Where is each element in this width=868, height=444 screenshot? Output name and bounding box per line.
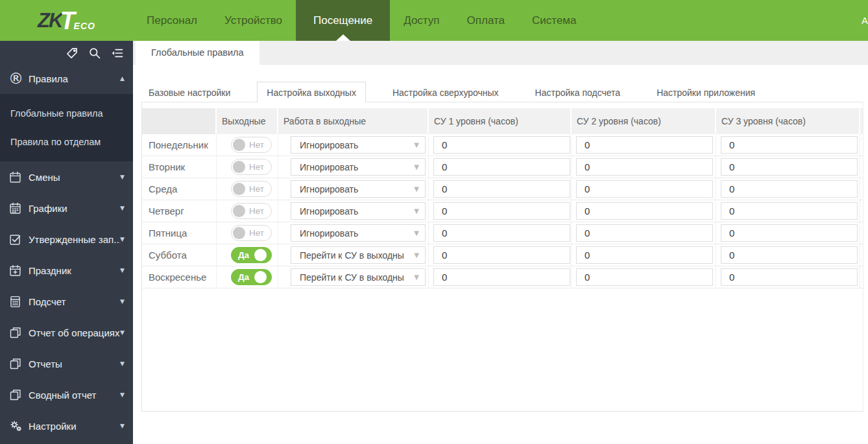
ot-level-2-cell xyxy=(572,222,716,244)
sub-tab[interactable]: Настройка подсчета xyxy=(525,82,631,102)
chevron-down-icon: ▼ xyxy=(408,229,425,237)
top-menu-item[interactable]: Посещение xyxy=(296,0,390,41)
sidebar-group-label: Смены xyxy=(29,172,120,183)
sidebar-group[interactable]: Смены▼ xyxy=(0,161,133,193)
sidebar: ®Правила▲Глобальные правилаПравила по от… xyxy=(0,41,133,444)
ot-level-2-hours-input[interactable] xyxy=(576,202,713,220)
top-menu-item[interactable]: Доступ xyxy=(390,0,453,41)
logo-zk: ZK xyxy=(38,9,62,32)
sidebar-group[interactable]: Подсчет▼ xyxy=(0,286,133,317)
toggle-label: Нет xyxy=(249,162,264,172)
ot-level-1-hours-input[interactable] xyxy=(433,202,570,220)
select-value: Игнорировать xyxy=(291,140,408,150)
ot-level-3-cell xyxy=(716,266,860,288)
weekend-cell: Да xyxy=(217,244,278,266)
sidebar-nav: ®Правила▲Глобальные правилаПравила по от… xyxy=(0,63,133,441)
report-pages-icon xyxy=(8,388,29,402)
top-menu-item[interactable]: Оплата xyxy=(453,0,518,41)
calendar-grid-icon xyxy=(8,202,29,215)
weekend-work-select[interactable]: Перейти к СУ в выходны▼ xyxy=(291,268,426,286)
weekend-toggle[interactable]: Нет xyxy=(231,181,272,197)
page-tab-global-rules[interactable]: Глобальные правила xyxy=(136,41,259,65)
ot-level-1-hours-input[interactable] xyxy=(433,246,570,264)
weekend-work-cell: Перейти к СУ в выходны▼ xyxy=(278,266,429,288)
ot-level-3-cell xyxy=(716,244,860,266)
ot-level-1-hours-input[interactable] xyxy=(433,136,570,154)
sub-tab[interactable]: Настройка сверхурочных xyxy=(383,82,509,102)
ot-level-2-cell xyxy=(572,156,716,178)
collapse-menu-icon[interactable] xyxy=(111,47,124,60)
ot-level-3-hours-input[interactable] xyxy=(721,136,858,154)
ot-level-2-hours-input[interactable] xyxy=(576,136,713,154)
ot-level-1-hours-input[interactable] xyxy=(433,180,570,198)
ot-level-1-hours-input[interactable] xyxy=(433,268,570,286)
sidebar-group-label: Правила xyxy=(29,73,120,84)
sidebar-group[interactable]: Утвержденные зап...▼ xyxy=(0,224,133,255)
ot-level-1-hours-input[interactable] xyxy=(433,224,570,242)
sidebar-submenu-item[interactable]: Правила по отделам xyxy=(0,128,133,156)
sidebar-group-label: Сводный отчет xyxy=(29,390,120,401)
ot-level-2-hours-input[interactable] xyxy=(576,180,713,198)
ot-level-3-hours-input[interactable] xyxy=(721,158,858,176)
weekend-work-select[interactable]: Игнорировать▼ xyxy=(291,158,426,176)
weekend-toggle[interactable]: Да xyxy=(231,269,272,285)
sidebar-group[interactable]: ®Правила▲ xyxy=(0,63,133,94)
column-header: СУ 2 уровня (часов) xyxy=(572,108,716,134)
sidebar-group[interactable]: Праздник▼ xyxy=(0,255,133,286)
ot-level-3-cell xyxy=(716,222,860,244)
sidebar-group[interactable]: Отчет об операциях▼ xyxy=(0,317,133,348)
select-value: Перейти к СУ в выходны xyxy=(291,272,408,283)
ot-level-2-cell xyxy=(572,178,716,200)
sub-tab[interactable]: Базовые настройки xyxy=(139,82,240,102)
ot-level-3-hours-input[interactable] xyxy=(721,268,858,286)
weekend-rules-table: ВыходныеРабота в выходныеСУ 1 уровня (ча… xyxy=(142,108,863,288)
tag-icon[interactable] xyxy=(66,47,78,60)
weekend-work-select[interactable]: Перейти к СУ в выходны▼ xyxy=(291,246,426,264)
user-label-partial[interactable]: A xyxy=(862,0,868,41)
select-value: Игнорировать xyxy=(291,206,408,216)
ot-level-2-hours-input[interactable] xyxy=(576,224,713,242)
weekend-toggle[interactable]: Да xyxy=(231,247,272,263)
chevron-down-icon: ▼ xyxy=(120,205,125,211)
ot-level-2-hours-input[interactable] xyxy=(576,268,713,286)
weekend-cell: Да xyxy=(217,266,278,288)
day-label: Понедельник xyxy=(142,134,217,156)
column-header xyxy=(142,108,217,134)
top-menu-item[interactable]: Устройство xyxy=(211,0,296,41)
ot-level-2-hours-input[interactable] xyxy=(576,158,713,176)
top-menu-item[interactable]: Система xyxy=(518,0,590,41)
weekend-work-select[interactable]: Игнорировать▼ xyxy=(291,224,426,242)
select-value: Перейти к СУ в выходны xyxy=(291,250,408,261)
sidebar-group[interactable]: Настройки▼ xyxy=(0,410,133,441)
chevron-down-icon: ▼ xyxy=(120,267,125,274)
main-content: Глобальные правила Базовые настройкиНаст… xyxy=(133,41,868,444)
weekend-toggle[interactable]: Нет xyxy=(231,225,272,241)
ot-level-2-hours-input[interactable] xyxy=(576,246,713,264)
ot-level-3-hours-input[interactable] xyxy=(721,180,858,198)
ot-level-3-hours-input[interactable] xyxy=(721,246,858,264)
top-menu-item[interactable]: Персонал xyxy=(133,0,211,41)
ot-level-1-hours-input[interactable] xyxy=(433,158,570,176)
page-tab-bar: Глобальные правила xyxy=(133,41,868,65)
sidebar-submenu-item[interactable]: Глобальные правила xyxy=(0,99,133,128)
ot-level-3-hours-input[interactable] xyxy=(721,224,858,242)
sub-tab[interactable]: Настройка выходных xyxy=(257,82,366,102)
toggle-knob xyxy=(254,271,267,283)
weekend-toggle[interactable]: Нет xyxy=(231,203,272,219)
ot-level-3-cell xyxy=(716,200,860,222)
table-row: ВоскресеньеДаПерейти к СУ в выходны▼ xyxy=(142,266,863,288)
ot-level-3-hours-input[interactable] xyxy=(721,202,858,220)
day-label: Воскресенье xyxy=(142,266,217,288)
sidebar-group-label: Отчет об операциях xyxy=(29,327,120,338)
weekend-work-select[interactable]: Игнорировать▼ xyxy=(291,180,426,198)
weekend-settings-panel: ВыходныеРабота в выходныеСУ 1 уровня (ча… xyxy=(141,102,863,412)
search-icon[interactable] xyxy=(88,47,101,60)
weekend-work-select[interactable]: Игнорировать▼ xyxy=(291,202,426,220)
weekend-toggle[interactable]: Нет xyxy=(231,159,272,175)
sub-tab[interactable]: Настройки приложения xyxy=(647,82,765,102)
weekend-toggle[interactable]: Нет xyxy=(231,137,272,153)
sidebar-group[interactable]: Сводный отчет▼ xyxy=(0,379,133,410)
sidebar-group[interactable]: Графики▼ xyxy=(0,193,133,224)
weekend-work-select[interactable]: Игнорировать▼ xyxy=(291,136,426,154)
sidebar-group[interactable]: Отчеты▼ xyxy=(0,348,133,379)
